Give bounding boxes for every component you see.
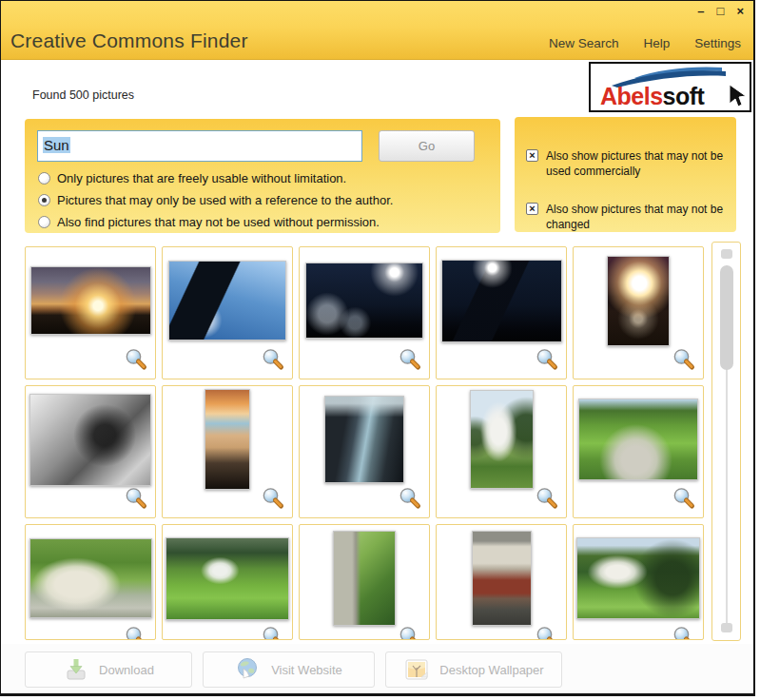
result-thumbnail[interactable] <box>29 394 151 486</box>
magnifier-icon[interactable] <box>535 347 559 372</box>
search-query-text: Sun <box>43 137 70 153</box>
magnifier-icon[interactable] <box>124 347 148 372</box>
scroll-up-button[interactable] <box>721 249 732 259</box>
radio-option[interactable]: Pictures that may only be used with a re… <box>38 193 393 207</box>
logo-text-soft: soft <box>663 83 705 109</box>
download-button[interactable]: Download <box>25 651 192 688</box>
magnifier-icon[interactable] <box>124 486 148 511</box>
result-card[interactable] <box>299 246 430 379</box>
result-thumbnail[interactable] <box>576 537 700 619</box>
magnifier-icon[interactable] <box>535 486 559 511</box>
result-thumbnail[interactable] <box>166 537 289 620</box>
result-thumbnail[interactable] <box>472 531 532 626</box>
thumbnail-wrap <box>26 247 155 354</box>
thumbnail-wrap <box>437 386 566 493</box>
desktop-wallpaper-button[interactable]: Desktop Wallpaper <box>385 651 562 688</box>
app-title: Creative Commons Finder <box>10 29 248 52</box>
result-card[interactable] <box>162 524 293 640</box>
maximize-button[interactable]: □ <box>717 4 725 19</box>
checkbox-label: Also show pictures that may not be chang… <box>546 202 734 232</box>
result-thumbnail[interactable] <box>168 261 286 340</box>
result-card[interactable] <box>162 246 293 379</box>
thumbnail-wrap <box>574 247 703 354</box>
radio-icon[interactable] <box>38 172 50 185</box>
nav-settings[interactable]: Settings <box>694 36 741 50</box>
result-card[interactable] <box>25 524 156 640</box>
abelssoft-logo: Abelssoft <box>589 62 751 112</box>
result-thumbnail[interactable] <box>29 538 152 618</box>
checkbox-icon[interactable]: × <box>526 203 538 215</box>
globe-icon <box>235 656 262 683</box>
result-thumbnail[interactable] <box>205 389 250 490</box>
result-thumbnail[interactable] <box>333 531 396 626</box>
magnifier-icon[interactable] <box>672 486 696 511</box>
download-icon <box>63 656 89 683</box>
results-row <box>25 246 711 379</box>
scrollbar[interactable] <box>711 242 741 641</box>
result-card[interactable] <box>436 524 567 640</box>
wallpaper-icon <box>403 656 430 683</box>
result-card[interactable] <box>573 246 704 379</box>
checkbox-icon[interactable]: × <box>526 149 538 162</box>
result-thumbnail[interactable] <box>324 396 404 483</box>
result-thumbnail[interactable] <box>607 256 670 346</box>
thumbnail-wrap <box>26 386 155 493</box>
scrollbar-thumb[interactable] <box>720 265 733 370</box>
nav-new-search[interactable]: New Search <box>549 36 619 50</box>
scroll-down-button[interactable] <box>721 623 732 632</box>
result-card[interactable] <box>573 524 704 640</box>
thumbnail-wrap <box>163 525 292 632</box>
results-row <box>25 385 711 518</box>
filter-checkbox[interactable]: × Also show pictures that may not be use… <box>526 148 734 179</box>
magnifier-icon[interactable] <box>261 347 285 372</box>
result-thumbnail[interactable] <box>30 266 151 335</box>
filter-checkbox[interactable]: × Also show pictures that may not be cha… <box>526 202 734 232</box>
radio-option[interactable]: Also find pictures that may not be used … <box>38 215 380 229</box>
result-card[interactable] <box>436 246 567 379</box>
radio-label: Only pictures that are freely usable wit… <box>57 171 346 185</box>
result-card[interactable] <box>162 385 293 518</box>
window-controls: – □ × <box>697 4 744 19</box>
close-button[interactable]: × <box>736 4 744 19</box>
nav-help[interactable]: Help <box>643 36 670 50</box>
header-nav: New Search Help Settings <box>549 36 741 50</box>
magnifier-icon[interactable] <box>124 625 148 640</box>
download-button-label: Download <box>99 663 154 677</box>
visit-website-button-label: Visit Website <box>271 663 342 677</box>
results-count: Found 500 pictures <box>32 88 134 102</box>
result-thumbnail[interactable] <box>470 390 534 489</box>
magnifier-icon[interactable] <box>398 347 422 372</box>
mouse-pointer-icon <box>727 83 748 109</box>
radio-icon[interactable] <box>38 194 50 206</box>
checkbox-label: Also show pictures that may not be used … <box>546 148 734 179</box>
result-thumbnail[interactable] <box>305 262 423 339</box>
result-thumbnail[interactable] <box>578 399 698 480</box>
search-input[interactable]: Sun <box>37 130 362 162</box>
search-panel: Sun Go Only pictures that are freely usa… <box>25 119 500 233</box>
result-card[interactable] <box>25 246 156 379</box>
thumbnail-wrap <box>163 247 292 354</box>
minimize-button[interactable]: – <box>697 4 704 19</box>
result-card[interactable] <box>299 385 430 518</box>
result-card[interactable] <box>25 385 156 518</box>
magnifier-icon[interactable] <box>672 625 696 640</box>
thumbnail-wrap <box>163 386 292 493</box>
result-card[interactable] <box>573 385 704 518</box>
logo-wordmark: Abelssoft <box>600 84 704 108</box>
magnifier-icon[interactable] <box>672 347 696 372</box>
radio-label: Also find pictures that may not be used … <box>57 215 380 229</box>
result-card[interactable] <box>436 385 567 518</box>
magnifier-icon[interactable] <box>261 625 285 640</box>
magnifier-icon[interactable] <box>261 486 285 511</box>
result-card[interactable] <box>299 524 430 640</box>
radio-option[interactable]: Only pictures that are freely usable wit… <box>38 171 346 185</box>
go-button[interactable]: Go <box>379 130 475 162</box>
magnifier-icon[interactable] <box>398 625 422 640</box>
result-thumbnail[interactable] <box>441 260 562 342</box>
magnifier-icon[interactable] <box>535 625 559 640</box>
app-window: – □ × Creative Commons Finder New Search… <box>0 0 755 696</box>
visit-website-button[interactable]: Visit Website <box>203 651 375 688</box>
radio-icon[interactable] <box>38 216 50 228</box>
magnifier-icon[interactable] <box>398 486 422 511</box>
results-grid <box>25 246 711 646</box>
